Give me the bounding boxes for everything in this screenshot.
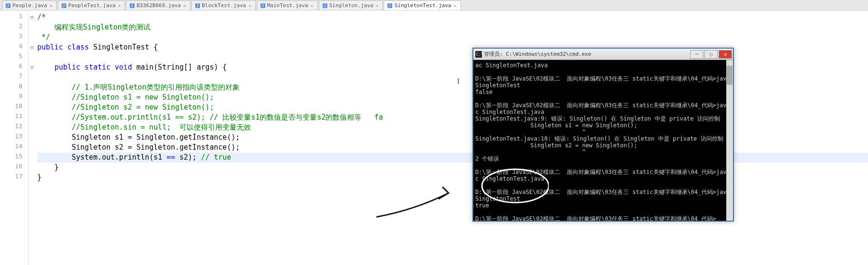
- tab-label: PeopleTest.java: [68, 2, 115, 9]
- tab-people[interactable]: J People.java ✕: [2, 0, 57, 10]
- tab-b3362[interactable]: J B3362B669.java ✕: [126, 0, 190, 10]
- line-number: 3: [0, 32, 28, 42]
- code-line: //Singleton s2 = new Singleton();: [37, 102, 868, 112]
- code-line: //Singleton s1 = new Singleton();: [37, 92, 868, 102]
- close-icon[interactable]: ✕: [375, 3, 379, 8]
- editor-body: 1 2 3 4 5 6 7 8 9 10 11 12 13 14 15 16 1…: [0, 10, 868, 265]
- cmd-titlebar[interactable]: C:\ 管理员: C:\Windows\system32\cmd.exe ─ ▢…: [473, 49, 733, 60]
- fold-toggle-icon[interactable]: ⊟: [29, 62, 35, 72]
- fold-toggle-icon[interactable]: ⊟: [29, 12, 35, 22]
- scrollbar[interactable]: [726, 60, 733, 221]
- line-number: 14: [0, 143, 28, 153]
- line-number: 10: [0, 102, 28, 112]
- line-number: 4: [0, 42, 28, 52]
- code-line: [37, 52, 868, 62]
- line-number: 12: [0, 122, 28, 132]
- code-editor[interactable]: /* 编程实现Singleton类的测试 */ public class Sin…: [35, 10, 868, 265]
- cmd-icon: C:\: [475, 51, 482, 58]
- tab-label: People.java: [12, 2, 47, 9]
- line-number: 13: [0, 132, 28, 143]
- code-line: public static void main(String[] args) {: [37, 62, 868, 72]
- java-file-icon: J: [260, 3, 266, 9]
- tab-label: B3362B669.java: [136, 2, 181, 9]
- line-number: 1: [0, 12, 28, 22]
- java-file-icon: J: [5, 3, 11, 9]
- svg-text:C:\: C:\: [476, 52, 482, 57]
- tab-label: MainTest.java: [267, 2, 308, 9]
- code-line: [37, 72, 868, 82]
- svg-text:J: J: [131, 4, 133, 8]
- code-line: System.out.println(s1 == s2); // true: [37, 153, 868, 163]
- minimize-button[interactable]: ─: [690, 50, 703, 59]
- code-line: */: [37, 32, 868, 42]
- svg-text:J: J: [388, 4, 391, 8]
- tab-blocktest[interactable]: J BlockTest.java ✕: [191, 0, 256, 10]
- code-line: public class SingletonTest {: [37, 42, 868, 52]
- scrollbar-thumb[interactable]: [727, 66, 732, 85]
- line-number: 16: [0, 163, 28, 173]
- close-icon[interactable]: ✕: [248, 3, 252, 8]
- tab-maintest[interactable]: J MainTest.java ✕: [257, 0, 318, 10]
- tab-label: Singleton.java: [329, 2, 374, 9]
- cmd-output[interactable]: ac SingletonTest.java D:\第一阶段 JavaSE\02模…: [473, 60, 733, 221]
- tab-label: BlockTest.java: [202, 2, 246, 9]
- maximize-button[interactable]: ▢: [704, 50, 718, 59]
- cmd-window[interactable]: C:\ 管理员: C:\Windows\system32\cmd.exe ─ ▢…: [472, 48, 734, 222]
- line-number: 6: [0, 62, 28, 72]
- window-buttons: ─ ▢ ✕: [690, 50, 733, 59]
- code-line: }: [37, 163, 868, 173]
- close-icon[interactable]: ✕: [182, 3, 187, 8]
- close-icon[interactable]: ✕: [49, 3, 53, 8]
- svg-text:J: J: [63, 4, 65, 8]
- svg-text:J: J: [261, 4, 264, 8]
- fold-toggle-icon[interactable]: ⊟: [29, 42, 35, 52]
- java-file-icon: J: [61, 3, 67, 9]
- close-icon[interactable]: ✕: [453, 3, 458, 8]
- line-number: 8: [0, 82, 28, 92]
- line-number: 9: [0, 92, 28, 102]
- svg-text:J: J: [196, 4, 199, 8]
- svg-text:J: J: [324, 4, 326, 8]
- code-line: Singleton s1 = Singleton.getInstance();: [37, 132, 868, 143]
- close-button[interactable]: ✕: [719, 50, 732, 59]
- code-line: 编程实现Singleton类的测试: [37, 22, 868, 32]
- text-cursor-icon: I: [457, 77, 460, 85]
- tab-label: SingletonTest.java: [394, 2, 451, 9]
- code-line: /*: [37, 12, 868, 22]
- tab-singleton[interactable]: J Singleton.java ✕: [319, 0, 383, 10]
- line-number: 17: [0, 173, 28, 183]
- line-number: 5: [0, 52, 28, 62]
- svg-text:J: J: [7, 4, 9, 8]
- fold-gutter: ⊟ ⊟ ⊟: [29, 10, 35, 265]
- close-icon[interactable]: ✕: [117, 3, 122, 8]
- line-number: 15: [0, 153, 28, 163]
- code-line: //System.out.println(s1 == s2); // 比较变量s…: [37, 112, 868, 122]
- line-number: 7: [0, 72, 28, 82]
- editor-tab-bar: J People.java ✕ J PeopleTest.java ✕ J B3…: [0, 0, 868, 10]
- line-number: 2: [0, 22, 28, 32]
- java-file-icon: J: [129, 3, 135, 9]
- tab-peopletest[interactable]: J PeopleTest.java ✕: [58, 0, 125, 10]
- cmd-title: 管理员: C:\Windows\system32\cmd.exe: [484, 51, 690, 58]
- line-number-gutter: 1 2 3 4 5 6 7 8 9 10 11 12 13 14 15 16 1…: [0, 10, 29, 265]
- code-line: // 1.声明Singleton类型的引用指向该类型的对象: [37, 82, 868, 92]
- close-icon[interactable]: ✕: [310, 3, 314, 8]
- code-line: Singleton s2 = Singleton.getInstance();: [37, 143, 868, 153]
- tab-singletontest[interactable]: J SingletonTest.java ✕: [384, 0, 460, 10]
- java-file-icon: J: [195, 3, 200, 9]
- code-line: }: [37, 173, 868, 183]
- java-file-icon: J: [387, 3, 393, 9]
- code-line: //Singleton.sin = null; 可以使得引用变量无效: [37, 122, 868, 132]
- line-number: 11: [0, 112, 28, 122]
- java-file-icon: J: [322, 3, 328, 9]
